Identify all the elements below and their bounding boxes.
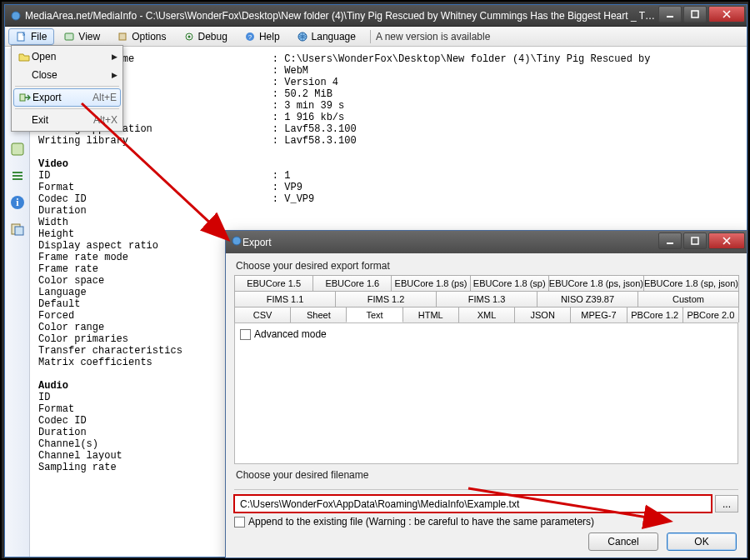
menu-file[interactable]: File: [8, 28, 54, 45]
file-dropdown: Open ▶ Close ▶ Export Alt+E Exit Alt+X: [11, 45, 123, 132]
menu-view-label: View: [78, 31, 100, 42]
export-tab-html[interactable]: HTML: [402, 307, 459, 322]
window-title: MediaArea.net/MediaInfo - C:\Users\Wonde…: [25, 10, 657, 22]
file-menu-export[interactable]: Export Alt+E: [13, 88, 121, 107]
export-tab-ebucore-1-8-sp-[interactable]: EBUCore 1.8 (sp): [470, 275, 549, 291]
export-close-button[interactable]: [708, 232, 745, 249]
append-label: Append to the existing file (Warning : b…: [248, 516, 594, 528]
export-tab-fims-1-3[interactable]: FIMS 1.3: [436, 291, 538, 307]
submenu-arrow-icon: ▶: [112, 52, 118, 61]
choose-filename-label: Choose your desired filename: [236, 469, 738, 481]
append-checkbox[interactable]: [234, 517, 245, 528]
view-icon: [63, 31, 75, 42]
svg-rect-20: [15, 227, 23, 235]
svg-text:?: ?: [248, 33, 252, 41]
export-tab-mpeg-7[interactable]: MPEG-7: [570, 307, 627, 322]
app-icon: [10, 10, 22, 22]
side-btn-4[interactable]: [8, 220, 27, 238]
export-tab-custom[interactable]: Custom: [638, 291, 739, 307]
export-tab-fims-1-1[interactable]: FIMS 1.1: [234, 291, 336, 307]
export-titlebar[interactable]: Export: [226, 231, 747, 253]
menu-separator: [15, 86, 119, 87]
close-button[interactable]: [708, 6, 745, 22]
side-btn-2[interactable]: [8, 167, 27, 185]
options-icon: [117, 31, 128, 42]
svg-point-22: [232, 237, 241, 245]
export-title: Export: [242, 237, 657, 248]
svg-rect-6: [65, 33, 73, 40]
export-tab-text[interactable]: Text: [346, 307, 402, 322]
svg-point-0: [12, 12, 20, 20]
menu-language[interactable]: Language: [289, 28, 363, 45]
export-maximize-button[interactable]: [683, 232, 707, 249]
svg-point-9: [188, 35, 190, 38]
choose-format-label: Choose your desired export format: [236, 260, 738, 272]
advanced-mode-label: Advanced mode: [254, 328, 327, 340]
export-tab-pbcore-1-2[interactable]: PBCore 1.2: [627, 307, 683, 322]
svg-rect-7: [119, 33, 126, 40]
svg-rect-21: [20, 94, 25, 101]
side-btn-1[interactable]: [8, 140, 27, 158]
ok-button[interactable]: OK: [667, 532, 737, 551]
export-tab-ebucore-1-5[interactable]: EBUCore 1.5: [234, 275, 313, 291]
export-tab-sheet[interactable]: Sheet: [290, 307, 347, 322]
tab-content: Advanced mode: [234, 323, 738, 464]
export-tab-ebucore-1-6[interactable]: EBUCore 1.6: [312, 275, 392, 291]
menu-debug-label: Debug: [198, 31, 228, 42]
export-app-icon: [231, 235, 242, 249]
menu-file-label: File: [31, 31, 47, 42]
advanced-mode-checkbox[interactable]: [240, 329, 251, 340]
menu-options[interactable]: Options: [109, 28, 173, 45]
maximize-button[interactable]: [683, 6, 707, 22]
submenu-arrow-icon: ▶: [112, 71, 118, 79]
menu-help-label: Help: [259, 31, 280, 42]
export-tab-ebucore-1-8-ps-json-[interactable]: EBUCore 1.8 (ps, json): [548, 275, 644, 291]
svg-rect-23: [667, 242, 673, 244]
menu-view[interactable]: View: [56, 28, 108, 45]
export-tab-csv[interactable]: CSV: [234, 307, 291, 322]
file-menu-close[interactable]: Close ▶: [13, 66, 121, 84]
cancel-button[interactable]: Cancel: [588, 532, 658, 551]
menu-separator: [15, 108, 119, 109]
export-tab-ebucore-1-8-sp-json-[interactable]: EBUCore 1.8 (sp, json): [643, 275, 739, 291]
file-menu-exit[interactable]: Exit Alt+X: [13, 111, 121, 129]
side-btn-info[interactable]: i: [8, 193, 27, 212]
file-menu-open[interactable]: Open ▶: [13, 48, 121, 66]
export-tab-ebucore-1-8-ps-[interactable]: EBUCore 1.8 (ps): [391, 275, 470, 291]
export-icon: [18, 92, 32, 102]
file-icon: [16, 31, 28, 42]
export-tab-niso-z39-87[interactable]: NISO Z39.87: [537, 291, 638, 307]
language-icon: [297, 31, 308, 42]
svg-rect-24: [692, 238, 698, 244]
menu-separator: [370, 30, 371, 43]
export-tab-pbcore-2-0[interactable]: PBCore 2.0: [682, 307, 739, 322]
browse-button[interactable]: ...: [715, 495, 738, 512]
menu-help[interactable]: ? Help: [237, 28, 288, 45]
export-minimize-button[interactable]: [658, 232, 682, 249]
minimize-button[interactable]: [658, 6, 682, 22]
export-tab-xml[interactable]: XML: [458, 307, 515, 322]
export-tab-fims-1-2[interactable]: FIMS 1.2: [335, 291, 437, 307]
menu-debug[interactable]: Debug: [176, 28, 235, 45]
help-icon: ?: [244, 31, 256, 42]
menu-language-label: Language: [312, 31, 356, 42]
svg-rect-2: [692, 11, 698, 18]
svg-rect-13: [12, 143, 23, 155]
open-icon: [17, 52, 32, 62]
filename-input[interactable]: [234, 495, 712, 512]
menu-options-label: Options: [132, 31, 166, 42]
debug-icon: [183, 31, 195, 42]
main-titlebar[interactable]: MediaArea.net/MediaInfo - C:\Users\Wonde…: [5, 5, 747, 27]
export-tab-json[interactable]: JSON: [514, 307, 571, 322]
svg-rect-1: [667, 16, 673, 18]
new-version-notice[interactable]: A new version is available: [376, 31, 490, 42]
